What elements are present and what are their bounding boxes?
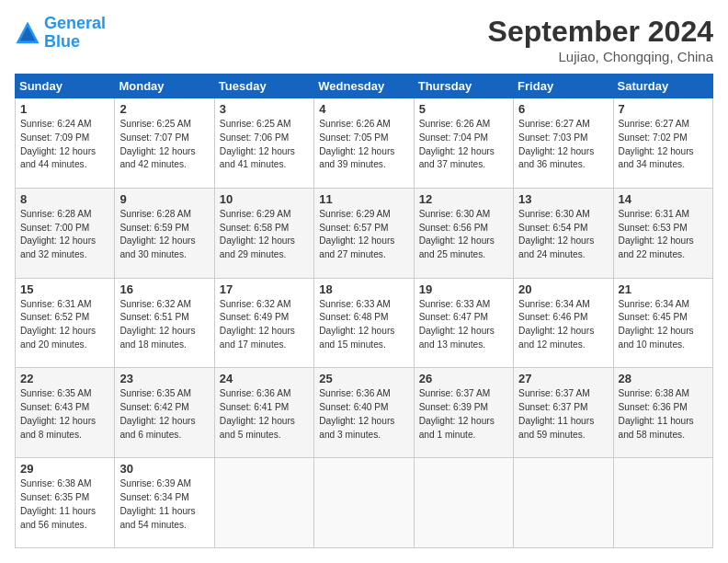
title-block: September 2024 Lujiao, Chongqing, China bbox=[488, 15, 713, 64]
calendar-cell: 20 Sunrise: 6:34 AM Sunset: 6:46 PM Dayl… bbox=[514, 278, 613, 368]
logo: General Blue bbox=[15, 15, 106, 52]
calendar-cell bbox=[414, 458, 513, 548]
day-info: Sunrise: 6:24 AM Sunset: 7:09 PM Dayligh… bbox=[20, 118, 109, 172]
day-number: 12 bbox=[419, 192, 508, 206]
header-saturday: Saturday bbox=[613, 75, 712, 98]
day-number: 11 bbox=[319, 192, 408, 206]
day-number: 3 bbox=[220, 102, 309, 116]
day-number: 14 bbox=[619, 192, 708, 206]
day-number: 7 bbox=[619, 102, 708, 116]
day-number: 9 bbox=[119, 192, 209, 206]
day-info: Sunrise: 6:38 AM Sunset: 6:36 PM Dayligh… bbox=[619, 387, 708, 442]
day-number: 17 bbox=[220, 282, 309, 296]
day-info: Sunrise: 6:35 AM Sunset: 6:42 PM Dayligh… bbox=[119, 387, 209, 442]
day-number: 20 bbox=[518, 282, 608, 296]
logo-line1: General bbox=[44, 14, 106, 32]
day-info: Sunrise: 6:30 AM Sunset: 6:56 PM Dayligh… bbox=[419, 208, 508, 262]
day-info: Sunrise: 6:34 AM Sunset: 6:45 PM Dayligh… bbox=[619, 298, 708, 352]
day-number: 23 bbox=[119, 372, 209, 385]
calendar-cell: 23 Sunrise: 6:35 AM Sunset: 6:42 PM Dayl… bbox=[115, 368, 214, 458]
header-friday: Friday bbox=[514, 75, 613, 98]
logo-text: General Blue bbox=[44, 15, 106, 52]
calendar-week-1: 8 Sunrise: 6:28 AM Sunset: 7:00 PM Dayli… bbox=[16, 188, 713, 278]
day-info: Sunrise: 6:28 AM Sunset: 6:59 PM Dayligh… bbox=[119, 208, 209, 262]
day-number: 15 bbox=[20, 282, 109, 296]
day-number: 30 bbox=[119, 462, 209, 476]
day-number: 25 bbox=[319, 372, 408, 385]
calendar-cell: 5 Sunrise: 6:26 AM Sunset: 7:04 PM Dayli… bbox=[414, 98, 513, 189]
day-number: 21 bbox=[619, 282, 708, 296]
calendar-cell: 21 Sunrise: 6:34 AM Sunset: 6:45 PM Dayl… bbox=[613, 278, 712, 368]
calendar-cell: 2 Sunrise: 6:25 AM Sunset: 7:07 PM Dayli… bbox=[115, 98, 214, 189]
calendar-cell: 3 Sunrise: 6:25 AM Sunset: 7:06 PM Dayli… bbox=[214, 98, 313, 189]
calendar-cell: 30 Sunrise: 6:39 AM Sunset: 6:34 PM Dayl… bbox=[115, 458, 214, 548]
day-number: 24 bbox=[220, 372, 309, 385]
day-number: 4 bbox=[319, 102, 408, 116]
day-info: Sunrise: 6:31 AM Sunset: 6:53 PM Dayligh… bbox=[619, 208, 708, 262]
day-info: Sunrise: 6:27 AM Sunset: 7:02 PM Dayligh… bbox=[619, 118, 708, 172]
calendar-cell bbox=[514, 458, 613, 548]
day-number: 18 bbox=[319, 282, 408, 296]
calendar-cell: 11 Sunrise: 6:29 AM Sunset: 6:57 PM Dayl… bbox=[314, 188, 414, 278]
day-number: 2 bbox=[119, 102, 209, 116]
calendar-cell: 24 Sunrise: 6:36 AM Sunset: 6:41 PM Dayl… bbox=[214, 368, 313, 458]
calendar-cell: 25 Sunrise: 6:36 AM Sunset: 6:40 PM Dayl… bbox=[314, 368, 414, 458]
day-number: 28 bbox=[619, 372, 708, 385]
day-info: Sunrise: 6:36 AM Sunset: 6:41 PM Dayligh… bbox=[220, 387, 309, 442]
day-number: 1 bbox=[20, 102, 109, 116]
day-info: Sunrise: 6:37 AM Sunset: 6:37 PM Dayligh… bbox=[518, 387, 608, 442]
header-tuesday: Tuesday bbox=[214, 75, 313, 98]
calendar-cell: 1 Sunrise: 6:24 AM Sunset: 7:09 PM Dayli… bbox=[16, 98, 115, 189]
header-wednesday: Wednesday bbox=[314, 75, 414, 98]
day-number: 27 bbox=[518, 372, 608, 385]
day-number: 5 bbox=[419, 102, 508, 116]
calendar-week-3: 22 Sunrise: 6:35 AM Sunset: 6:43 PM Dayl… bbox=[16, 368, 713, 458]
day-info: Sunrise: 6:37 AM Sunset: 6:39 PM Dayligh… bbox=[419, 387, 508, 442]
calendar-table: Sunday Monday Tuesday Wednesday Thursday… bbox=[15, 74, 713, 548]
calendar-cell: 17 Sunrise: 6:32 AM Sunset: 6:49 PM Dayl… bbox=[214, 278, 313, 368]
day-info: Sunrise: 6:33 AM Sunset: 6:47 PM Dayligh… bbox=[419, 298, 508, 352]
calendar-cell: 26 Sunrise: 6:37 AM Sunset: 6:39 PM Dayl… bbox=[414, 368, 513, 458]
calendar-header-row: Sunday Monday Tuesday Wednesday Thursday… bbox=[16, 75, 713, 98]
day-info: Sunrise: 6:38 AM Sunset: 6:35 PM Dayligh… bbox=[20, 477, 109, 532]
day-info: Sunrise: 6:31 AM Sunset: 6:52 PM Dayligh… bbox=[20, 298, 109, 352]
calendar-cell: 18 Sunrise: 6:33 AM Sunset: 6:48 PM Dayl… bbox=[314, 278, 414, 368]
logo-line2: Blue bbox=[44, 32, 80, 51]
calendar-cell bbox=[214, 458, 313, 548]
header-thursday: Thursday bbox=[414, 75, 513, 98]
calendar-cell: 28 Sunrise: 6:38 AM Sunset: 6:36 PM Dayl… bbox=[613, 368, 712, 458]
day-info: Sunrise: 6:25 AM Sunset: 7:06 PM Dayligh… bbox=[220, 118, 309, 172]
day-info: Sunrise: 6:32 AM Sunset: 6:51 PM Dayligh… bbox=[119, 298, 209, 352]
calendar-cell: 22 Sunrise: 6:35 AM Sunset: 6:43 PM Dayl… bbox=[16, 368, 115, 458]
day-info: Sunrise: 6:36 AM Sunset: 6:40 PM Dayligh… bbox=[319, 387, 408, 442]
day-number: 26 bbox=[419, 372, 508, 385]
day-number: 8 bbox=[20, 192, 109, 206]
page: General Blue September 2024 Lujiao, Chon… bbox=[0, 0, 728, 563]
header-sunday: Sunday bbox=[16, 75, 115, 98]
calendar-cell: 4 Sunrise: 6:26 AM Sunset: 7:05 PM Dayli… bbox=[314, 98, 414, 189]
calendar-cell: 14 Sunrise: 6:31 AM Sunset: 6:53 PM Dayl… bbox=[613, 188, 712, 278]
day-info: Sunrise: 6:29 AM Sunset: 6:58 PM Dayligh… bbox=[220, 208, 309, 262]
header-monday: Monday bbox=[115, 75, 214, 98]
day-info: Sunrise: 6:30 AM Sunset: 6:54 PM Dayligh… bbox=[518, 208, 608, 262]
day-info: Sunrise: 6:25 AM Sunset: 7:07 PM Dayligh… bbox=[119, 118, 209, 172]
day-number: 22 bbox=[20, 372, 109, 385]
day-info: Sunrise: 6:33 AM Sunset: 6:48 PM Dayligh… bbox=[319, 298, 408, 352]
calendar-cell: 8 Sunrise: 6:28 AM Sunset: 7:00 PM Dayli… bbox=[16, 188, 115, 278]
calendar-cell: 6 Sunrise: 6:27 AM Sunset: 7:03 PM Dayli… bbox=[514, 98, 613, 189]
location: Lujiao, Chongqing, China bbox=[488, 49, 713, 64]
day-number: 10 bbox=[220, 192, 309, 206]
calendar-cell: 27 Sunrise: 6:37 AM Sunset: 6:37 PM Dayl… bbox=[514, 368, 613, 458]
day-number: 16 bbox=[119, 282, 209, 296]
calendar-cell: 29 Sunrise: 6:38 AM Sunset: 6:35 PM Dayl… bbox=[16, 458, 115, 548]
day-info: Sunrise: 6:32 AM Sunset: 6:49 PM Dayligh… bbox=[220, 298, 309, 352]
day-number: 19 bbox=[419, 282, 508, 296]
day-info: Sunrise: 6:34 AM Sunset: 6:46 PM Dayligh… bbox=[518, 298, 608, 352]
day-info: Sunrise: 6:29 AM Sunset: 6:57 PM Dayligh… bbox=[319, 208, 408, 262]
month-title: September 2024 bbox=[488, 15, 713, 49]
calendar-cell: 19 Sunrise: 6:33 AM Sunset: 6:47 PM Dayl… bbox=[414, 278, 513, 368]
calendar-cell: 12 Sunrise: 6:30 AM Sunset: 6:56 PM Dayl… bbox=[414, 188, 513, 278]
calendar-cell: 15 Sunrise: 6:31 AM Sunset: 6:52 PM Dayl… bbox=[16, 278, 115, 368]
day-number: 6 bbox=[518, 102, 608, 116]
calendar-cell: 16 Sunrise: 6:32 AM Sunset: 6:51 PM Dayl… bbox=[115, 278, 214, 368]
